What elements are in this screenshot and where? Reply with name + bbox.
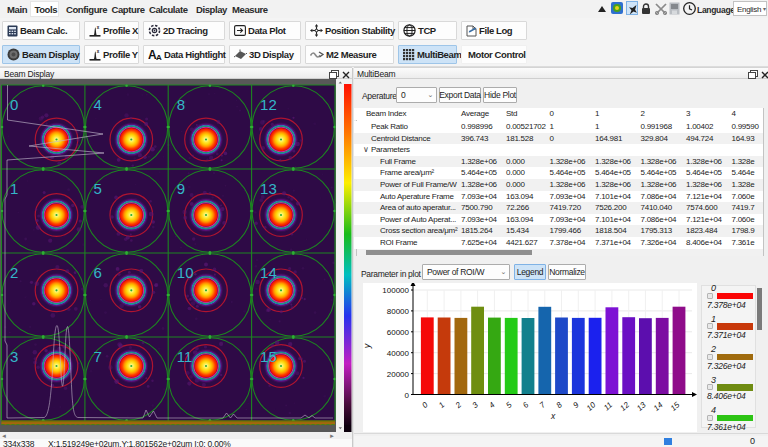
svg-text:y: y [362, 343, 372, 349]
svg-text:12: 12 [260, 96, 277, 113]
svg-text:A: A [156, 53, 162, 61]
svg-text:80000: 80000 [387, 307, 410, 316]
svg-text:14: 14 [260, 264, 277, 281]
svg-text:40000: 40000 [387, 349, 410, 358]
svg-text:60000: 60000 [387, 328, 410, 337]
svg-text:11: 11 [177, 348, 193, 365]
svg-text:6: 6 [93, 264, 101, 281]
svg-text:x: x [97, 49, 100, 54]
svg-text:2: 2 [10, 264, 18, 281]
svg-text:13: 13 [260, 180, 277, 197]
svg-text:4: 4 [93, 96, 101, 113]
svg-text:0: 0 [405, 391, 410, 400]
svg-text:x: x [550, 411, 556, 421]
svg-text:5: 5 [93, 180, 101, 197]
svg-text:1: 1 [10, 180, 18, 197]
svg-text:20000: 20000 [387, 370, 410, 379]
svg-text:9: 9 [177, 180, 185, 197]
svg-text:15: 15 [260, 348, 277, 365]
svg-text:x: x [97, 25, 100, 30]
svg-text:8: 8 [177, 96, 185, 113]
svg-text:100000: 100000 [382, 286, 409, 295]
svg-text:7: 7 [93, 348, 101, 365]
svg-text:3: 3 [10, 348, 18, 365]
svg-text:10: 10 [177, 264, 194, 281]
svg-text:0: 0 [10, 96, 18, 113]
